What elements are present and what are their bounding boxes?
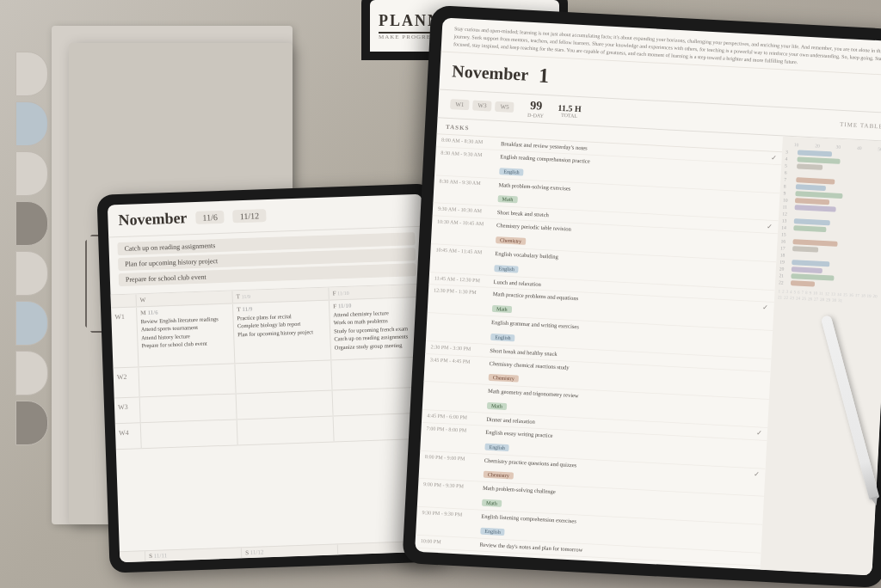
bottom-s-label: S 11/11 [145,548,242,561]
tt-hour: 5 [785,163,795,169]
check-icon: ✓ [754,470,760,478]
task-tag: Math [492,305,512,313]
tt-hour: 22 [779,279,789,285]
task-time: 10:00 PM [420,537,476,548]
daily-content: TASKS 8:00 AM - 8:30 AM Breakfast and re… [415,118,881,575]
dday-value: 99 [530,99,543,113]
task-time: 4:45 PM - 6:00 PM [427,412,483,423]
task-tag: English [494,265,519,273]
task-tag: Math [482,499,502,507]
spine-tab-7 [15,351,48,395]
day-btn-w5[interactable]: W5 [495,101,514,113]
week-w3-wed [140,394,237,422]
task-time: 10:30 AM - 10:45 AM [437,217,493,229]
tt-hour: 13 [782,217,792,224]
task-name: English grammar and writing exercises [491,318,579,331]
total-stat: 11.5 H TOTAL [558,102,582,118]
day-btn-w3[interactable]: W3 [472,100,492,111]
task-time [428,383,484,386]
task-time: 9:30 PM - 9:30 PM [422,509,477,520]
task-time [433,315,489,317]
spine-tab-6 [15,301,48,346]
task-tag: Math [497,195,517,203]
task-details: Chemistry practice questions and quizzes… [484,456,577,484]
task-name: Chemistry periodic table revision [496,221,571,233]
task-time: 7:00 PM - 8:00 PM [426,425,482,436]
tt-hour: 10 [783,197,793,203]
week-w4-wed [141,420,238,448]
task-name: Math problem-solving exercises [498,181,570,193]
task-time: 10:45 AM - 11:45 AM [435,246,491,257]
day-buttons: W1 W3 W5 [450,99,514,113]
week-w1-wed: M 11/6 Review English literature reading… [137,303,235,366]
tt-hour: 21 [779,273,789,279]
weekly-date-end: 11/12 [233,209,267,223]
week-label-w2: W2 [113,367,139,397]
tt-hour: 17 [780,245,791,251]
check-icon: ✓ [762,304,768,312]
task-tag: English [480,527,505,535]
task-name: Short break and stretch [497,208,550,219]
task-name: Short break and healthy snack [490,346,558,358]
task-details: Math problem-solving challenge Math [482,484,556,511]
spine-tab-3 [15,151,48,196]
task-details: English reading comprehension practice E… [499,152,590,181]
tt-hour: 8 [784,184,794,190]
tt-hour: 9 [783,191,793,197]
task-details: Math practice problems and equations Mat… [492,290,579,318]
daily-date: 1 [538,64,549,88]
task-details: English grammar and writing exercises En… [490,318,579,346]
task-tag: English [484,443,509,450]
tt-hour: 6 [785,170,795,176]
week-w2-wed [139,364,236,396]
task-details: Short break and healthy snack [490,346,558,358]
task-name: Lunch and relaxation [493,278,541,289]
timetable-label: TIME TABLE [840,121,881,131]
task-time: 9:30 AM - 10:30 AM [438,205,494,217]
tt-hour: 11 [783,204,793,210]
task-tag: English [490,334,515,341]
task-time: 9:00 PM - 9:30 PM [423,481,479,492]
task-details: English listening comprehension exercise… [480,512,576,542]
spine-tab-4 [15,201,48,246]
task-tag: Chemistry [484,471,514,480]
tt-hour: 15 [781,231,792,237]
tablet-right: Stay curious and open-minded; learning i… [402,5,881,588]
task-name: Math problem-solving challenge [483,484,556,496]
task-name: Math geometry and trigonometry review [488,387,579,400]
week-w4-thu [237,416,335,444]
spine-tab-2 [15,101,48,146]
tt-hour: 18 [780,252,791,258]
tt-hour: 14 [781,224,792,230]
weekly-planner-screen: November 11/6 11/12 Catch up on reading … [108,194,434,563]
tt-hour: 3 [786,150,796,156]
task-name: Math practice problems and equations [493,290,579,303]
daily-month: November [452,61,529,85]
day-btn-w1[interactable]: W1 [450,99,470,110]
task-details: Math problem-solving exercises Math [497,181,570,208]
task-name: English reading comprehension practice [500,152,590,165]
task-time: 8:30 AM - 9:30 AM [439,177,495,188]
task-time: 3:45 PM - 4:45 PM [430,356,486,367]
stylus-tip [871,496,879,506]
week-label-w1: W1 [111,307,139,367]
week-label-w4: W4 [115,423,142,449]
task-time: 11:45 AM - 12:30 PM [434,274,490,285]
tt-hour: 12 [782,211,792,217]
task-tag: Chemistry [489,374,519,383]
task-name: Dinner and relaxation [486,415,535,426]
daily-planner-screen: Stay curious and open-minded; learning i… [415,18,881,576]
task-time: 2:30 PM - 3:30 PM [430,343,486,354]
task-details: English vocabulary building English [494,249,558,277]
task-tag: English [499,168,524,175]
task-details: Dinner and relaxation [486,415,535,426]
task-details: Review the day's notes and plan for tomo… [479,540,582,554]
task-name: Review the day's notes and plan for tomo… [479,540,582,554]
task-name: English vocabulary building [495,249,558,261]
week-label-w3: W3 [114,397,141,423]
check-icon: ✓ [770,154,776,162]
task-name: English essay writing practice [485,428,553,440]
week-w1-thu: T 11/9 Practice plans for recital Comple… [233,301,331,364]
task-details: Short break and stretch [497,208,550,219]
task-time: 12:30 PM - 1:30 PM [434,287,490,298]
